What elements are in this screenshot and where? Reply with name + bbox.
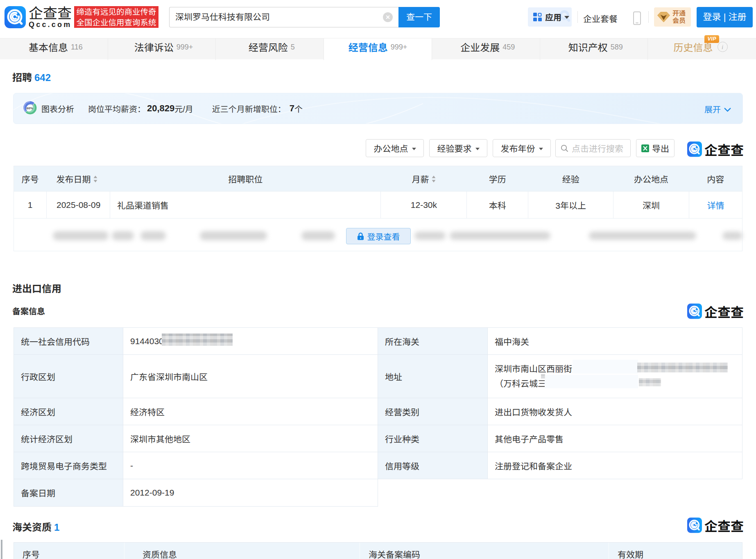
svg-text:60%: 60% (27, 106, 33, 110)
